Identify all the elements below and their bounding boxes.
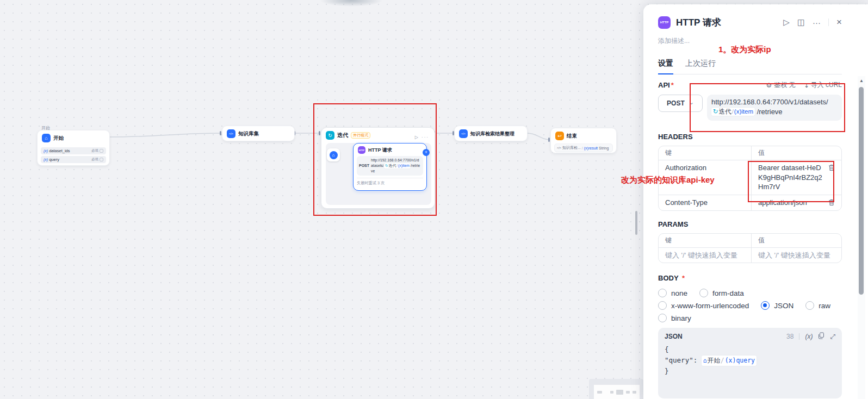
table-row[interactable]: 键入 '/' 键快速插入变量 键入 '/' 键快速插入变量 — [659, 247, 841, 263]
variable-icon: (x) — [44, 149, 48, 153]
param-value-input[interactable]: 键入 '/' 键快速插入变量 — [758, 251, 835, 260]
radio-circle — [805, 301, 814, 310]
radio-circle — [658, 314, 667, 322]
end-icon: ↩ — [555, 132, 564, 140]
headers-value-col: 值 — [751, 146, 841, 160]
minimap-node — [626, 391, 630, 394]
header-divider — [828, 18, 829, 26]
organize-title: 知识库检索结果整理 — [470, 130, 514, 138]
header-value[interactable]: Bearer dataset-HeDK9gHBqPnI4rBZ2q2Hm7rV — [758, 163, 825, 192]
json-editor-content[interactable]: { "query": ⌂开始/(x)query } — [665, 344, 835, 377]
json-line: { — [665, 344, 835, 355]
copy-icon[interactable] — [818, 332, 824, 341]
radio-x-www-form-urlencoded[interactable]: x-www-form-urlencoded — [658, 301, 749, 310]
variable-name: query — [49, 157, 59, 162]
edge-handle[interactable] — [548, 138, 550, 142]
header-key[interactable]: Authorization — [665, 163, 745, 173]
scroll-up-arrow[interactable]: ▲ — [858, 76, 865, 83]
http-icon: HTTP — [658, 16, 671, 29]
http-request-mini-node[interactable]: HTTP HTTP 请求 + POST http://192.168.0.64:… — [353, 143, 427, 191]
panel-scrollbar[interactable]: ▲ — [858, 76, 865, 399]
radio-form-data[interactable]: form-data — [699, 289, 744, 297]
start-var-dataset-ids[interactable]: (x)dataset_ids 必填 — [41, 147, 106, 154]
scrollbar-thumb[interactable] — [859, 87, 864, 295]
refresh-icon: ↻ — [713, 108, 718, 116]
radio-label: binary — [671, 314, 691, 322]
knowledge-set-node[interactable]: </> 知识库集 — [222, 126, 295, 141]
http-method: POST — [359, 164, 369, 167]
iteration-actions[interactable]: ▷ ··· — [415, 135, 429, 140]
split-view-button[interactable]: ◫ — [797, 17, 805, 27]
radio-raw[interactable]: raw — [805, 301, 830, 310]
radio-label: JSON — [774, 302, 793, 310]
more-button[interactable]: ··· — [813, 18, 821, 27]
header-key[interactable]: Content-Type — [665, 198, 745, 208]
workflow-editor: 开始 ⌂ 开始 (x)dataset_ids 必填 (x)query 必填 </… — [0, 0, 868, 399]
radio-circle — [658, 289, 667, 297]
minimap-node — [610, 391, 614, 394]
table-row[interactable]: Content-Type application/json — [659, 195, 841, 210]
radio-none[interactable]: none — [658, 289, 687, 297]
headers-key-col: 键 — [659, 146, 751, 160]
home-icon: ⌂ — [703, 356, 707, 365]
edge-handle[interactable] — [220, 131, 221, 135]
code-icon: </> — [227, 129, 235, 138]
minimap[interactable] — [589, 379, 643, 399]
parallel-mode-badge: 并行模式 — [351, 132, 370, 139]
start-node-title: 开始 — [53, 135, 64, 142]
variable-icon: (x) — [734, 108, 741, 115]
required-star: * — [671, 81, 674, 89]
params-key-col: 键 — [659, 234, 751, 247]
chip-var: item — [741, 108, 753, 115]
end-node[interactable]: ↩ 结束 </> 知识库检... / (x)result String — [550, 128, 617, 153]
edge-handle[interactable] — [319, 131, 320, 135]
method-select[interactable]: POST ⌄ — [658, 95, 703, 112]
output-type: String — [599, 146, 609, 150]
radio-label: x-www-form-urlencoded — [671, 302, 749, 310]
expand-icon[interactable]: ⤢ — [830, 333, 835, 340]
required-badge: 必填 — [91, 157, 98, 162]
add-node-button[interactable]: + — [423, 149, 430, 156]
annotation-api-key-note: 改为实际的知识库api-key — [621, 175, 715, 185]
close-button[interactable]: × — [836, 17, 842, 28]
auth-button[interactable]: 鉴权 无 — [774, 80, 795, 90]
organize-node[interactable]: </> 知识库检索结果整理 — [454, 126, 528, 141]
start-var-query[interactable]: (x)query 必填 — [41, 156, 106, 163]
field-type-icon — [100, 158, 103, 161]
home-icon: ⌂ — [330, 151, 338, 159]
api-section-label: API — [658, 81, 670, 89]
radio-binary[interactable]: binary — [658, 314, 691, 322]
tab-settings[interactable]: 设置 — [658, 59, 673, 74]
run-button[interactable]: ▷ — [783, 17, 790, 27]
variable-icon[interactable]: (x) — [805, 333, 813, 340]
required-star: * — [682, 274, 685, 282]
params-table: 键 值 键入 '/' 键快速插入变量 键入 '/' 键快速插入变量 — [658, 233, 842, 264]
trash-icon[interactable] — [828, 164, 835, 173]
url-input[interactable]: http://192.168.0.64:7700/v1/datasets/↻迭代… — [707, 95, 842, 121]
start-node[interactable]: ⌂ 开始 (x)dataset_ids 必填 (x)query 必填 — [37, 130, 110, 166]
refresh-icon: ↻ — [385, 163, 388, 169]
json-editor[interactable]: JSON 38 (x) ⤢ { "query": ⌂开始/(x)query } — [658, 328, 842, 398]
panel-title: HTTP 请求 — [676, 16, 783, 29]
params-value-col: 值 — [751, 234, 841, 247]
iteration-start-node[interactable]: ⌂ — [327, 148, 340, 161]
import-curl-button[interactable]: 导入 cURL — [811, 80, 842, 90]
header-value[interactable]: application/json — [758, 198, 825, 208]
chip-node: 迭代 — [389, 163, 396, 169]
trash-icon[interactable] — [828, 199, 835, 208]
body-section-label: BODY — [658, 274, 679, 282]
param-key-input[interactable]: 键入 '/' 键快速插入变量 — [665, 251, 745, 260]
tab-last-run[interactable]: 上次运行 — [685, 59, 716, 74]
radio-label: raw — [819, 302, 830, 310]
radio-label: none — [671, 289, 687, 297]
char-count: 38 — [786, 333, 793, 340]
variable-icon: (x) — [584, 146, 588, 150]
iteration-node[interactable]: ↻ 迭代 并行模式 ▷ ··· ⌂ HTTP HTTP 请求 + POST ht… — [321, 127, 435, 209]
json-line: "query": ⌂开始/(x)query — [665, 355, 835, 366]
http-request-config-panel: HTTP HTTP 请求 ▷ ◫ ··· × 添加描述... 设置 上次运行 A… — [643, 4, 868, 399]
canvas-scrollbar[interactable] — [635, 211, 637, 235]
radio-circle — [658, 301, 667, 310]
json-key: "query": — [665, 356, 697, 364]
radio-json[interactable]: JSON — [761, 301, 793, 310]
body-type-radios: none form-data x-www-form-urlencoded JSO… — [658, 289, 842, 322]
